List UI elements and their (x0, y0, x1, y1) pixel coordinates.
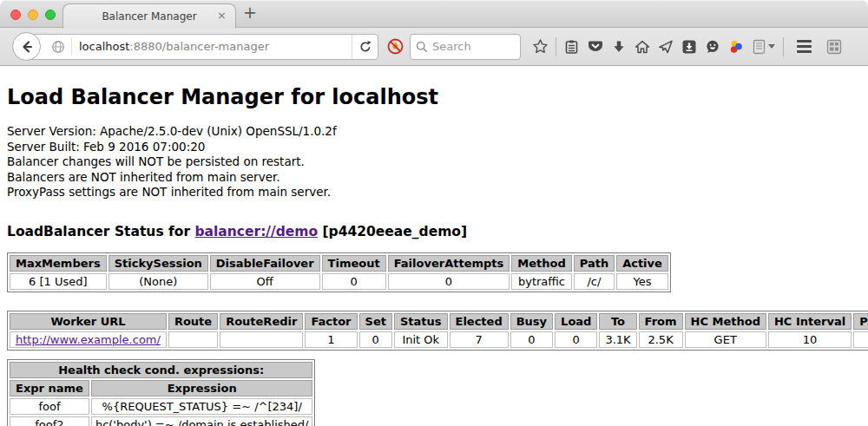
tab-balancer-manager[interactable]: Balancer Manager × (62, 3, 236, 29)
worker-url-link[interactable]: http://www.example.com/ (16, 333, 161, 346)
navigation-toolbar: localhost:8880/balancer-manager (0, 28, 868, 66)
blocked-flame-icon (387, 38, 404, 55)
page-content: Load Balancer Manager for localhost Serv… (0, 66, 868, 426)
clipboard-icon (564, 39, 579, 55)
column-header: RouteRedir (220, 313, 303, 330)
sticky-session-cell: (None) (108, 273, 208, 290)
page-title: Load Balancer Manager for localhost (7, 66, 861, 109)
chevron-down-icon[interactable] (768, 44, 775, 49)
send-tab-button[interactable] (654, 35, 677, 59)
column-header: Busy (510, 313, 553, 330)
to-cell: 3.1K (599, 331, 636, 348)
column-header: FailoverAttempts (388, 255, 510, 272)
proxypass-notice-line: ProxyPass settings are NOT inherited fro… (7, 185, 861, 200)
column-header: Method (511, 255, 571, 272)
downloads-button[interactable] (607, 35, 630, 59)
set-cell: 0 (359, 331, 392, 348)
tab-title: Balancer Manager (102, 10, 196, 23)
column-header: Set (359, 313, 392, 330)
reload-icon (358, 40, 372, 54)
expr-name-cell: foof (10, 398, 89, 415)
menu-button[interactable] (792, 35, 816, 59)
column-header: Path (574, 255, 615, 272)
table-header-row: Worker URL Route RouteRedir Factor Set S… (10, 313, 868, 330)
failover-attempts-cell: 0 (388, 273, 510, 290)
column-header: HC Interval (768, 313, 852, 330)
health-table-title: Health check cond. expressions: (10, 362, 312, 378)
site-identity-box[interactable] (48, 38, 72, 56)
tab-close-icon[interactable]: × (217, 10, 227, 22)
globe-icon (51, 40, 65, 54)
table-title-row: Health check cond. expressions: (10, 362, 312, 378)
column-header: Passes (853, 313, 868, 330)
back-arrow-icon (19, 39, 35, 55)
close-window-button[interactable] (10, 10, 21, 20)
column-header: HC Method (685, 313, 766, 330)
table-row: 6 [1 Used] (None) Off 0 0 bytraffic /c/ … (10, 273, 668, 290)
notepad-icon (753, 39, 766, 55)
reload-button[interactable] (352, 35, 378, 59)
status-cell: Init Ok (394, 331, 448, 348)
expression-cell: hc('body') =~ /domain is established/ (91, 416, 313, 426)
balancer-demo-link[interactable]: balancer://demo (194, 224, 318, 239)
table-header-row: Expr name Expression (10, 380, 312, 397)
column-header: Active (616, 255, 668, 272)
busy-cell: 0 (510, 331, 553, 348)
server-info: Server Version: Apache/2.5.0-dev (Unix) … (7, 124, 861, 200)
disable-failover-cell: Off (210, 273, 320, 290)
plugin-blocked-button[interactable] (387, 38, 404, 55)
browser-window: Balancer Manager × + localhost:8880/bala… (0, 0, 868, 426)
elected-cell: 7 (450, 331, 509, 348)
persist-notice-line: Balancer changes will NOT be persisted o… (7, 154, 861, 170)
column-header: From (639, 313, 683, 330)
column-header: Timeout (322, 255, 386, 272)
notes-extension-button[interactable] (747, 35, 771, 59)
timeout-cell: 0 (322, 273, 386, 290)
health-check-table: Health check cond. expressions: Expr nam… (7, 359, 315, 426)
column-header: MaxMembers (10, 255, 107, 272)
zoom-window-button[interactable] (45, 10, 56, 20)
emoji-extension-button[interactable] (700, 35, 724, 59)
url-path: :8880/balancer-manager (129, 40, 269, 53)
column-header: Status (394, 313, 448, 330)
search-input[interactable] (432, 40, 510, 53)
bookmarks-menu-button[interactable] (560, 35, 583, 59)
max-members-cell: 6 [1 Used] (10, 273, 107, 290)
loadbalancer-status-heading: LoadBalancer Status for balancer://demo … (7, 224, 861, 239)
bookmark-star-button[interactable] (529, 35, 552, 59)
passes-cell: 1 (0) (853, 331, 868, 348)
search-icon (416, 41, 428, 53)
column-header: Elected (450, 313, 509, 330)
column-header: Load (555, 313, 597, 330)
url-bar[interactable]: localhost:8880/balancer-manager (26, 34, 378, 60)
colored-dots-extension-button[interactable] (724, 35, 747, 59)
from-cell: 2.5K (639, 331, 683, 348)
column-header: DisableFailover (210, 255, 320, 272)
factor-cell: 1 (305, 331, 357, 348)
column-header: Expr name (10, 380, 89, 397)
paper-plane-icon (658, 39, 674, 55)
search-bar[interactable] (410, 34, 521, 60)
hc-method-cell: GET (685, 331, 766, 348)
new-tab-button[interactable]: + (243, 3, 257, 22)
expression-cell: %{REQUEST_STATUS} =~ /^[234]/ (91, 398, 313, 415)
tab-groups-button[interactable] (822, 35, 845, 59)
table-header-row: MaxMembers StickySession DisableFailover… (10, 255, 668, 272)
title-bar: Balancer Manager × + (0, 0, 868, 28)
toolbar-icons (529, 35, 845, 59)
status-heading-suffix: [p4420eeae_demo] (318, 224, 467, 239)
pocket-button[interactable] (583, 35, 607, 59)
home-icon (635, 39, 650, 55)
window-controls (10, 10, 56, 20)
table-row: foof %{REQUEST_STATUS} =~ /^[234]/ (10, 398, 312, 415)
route-redir-cell (220, 331, 303, 348)
url-text: localhost:8880/balancer-manager (72, 40, 352, 53)
server-built-line: Server Built: Feb 9 2016 07:00:20 (7, 140, 861, 155)
download-manager-extension-button[interactable] (677, 35, 700, 59)
home-button[interactable] (630, 35, 654, 59)
download-arrow-icon (611, 39, 627, 55)
minimize-window-button[interactable] (28, 10, 38, 20)
back-button[interactable] (12, 32, 41, 61)
active-cell: Yes (616, 273, 668, 290)
column-header: Factor (305, 313, 357, 330)
